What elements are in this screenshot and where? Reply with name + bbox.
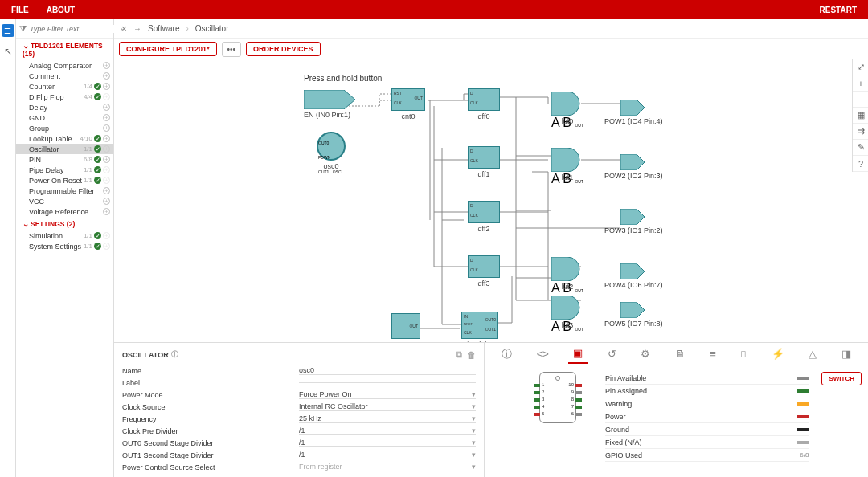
property-row[interactable]: OUT1 Second Stage Divider/1▾ bbox=[122, 449, 476, 461]
pow3-pin[interactable] bbox=[620, 209, 645, 228]
delete-icon[interactable]: 🗑 bbox=[467, 350, 476, 360]
tab-layout-icon[interactable]: ◨ bbox=[837, 344, 856, 363]
tree-item[interactable]: Programmable Filter+ bbox=[16, 186, 113, 196]
property-row[interactable]: OUT0 Second Stage Divider/1▾ bbox=[122, 437, 476, 449]
tree-item[interactable]: Counter1/4✓+ bbox=[16, 81, 113, 92]
tab-wave-icon[interactable]: ⎍ bbox=[735, 344, 751, 363]
tree-item[interactable]: Pipe Delay1/1✓+ bbox=[16, 165, 113, 175]
dff0-label: dff0 bbox=[468, 112, 500, 120]
dff3-block[interactable]: D CLK bbox=[468, 255, 500, 278]
dff0-block[interactable]: D CLK bbox=[468, 88, 500, 111]
edit-icon[interactable]: ✎ bbox=[853, 140, 868, 156]
tree-item[interactable]: Voltage Reference+ bbox=[16, 206, 113, 217]
tree-item[interactable]: GND+ bbox=[16, 112, 113, 123]
property-row[interactable]: Nameosc0 bbox=[122, 365, 476, 377]
en-pin-block[interactable] bbox=[304, 90, 357, 112]
canvas-toolbar: ⤢ + − ▦ ⇉ ✎ ? bbox=[852, 59, 868, 172]
svg-marker-1 bbox=[304, 90, 355, 109]
order-devices-button[interactable]: ORDER DEVICES bbox=[246, 42, 321, 56]
copy-icon[interactable]: ⧉ bbox=[456, 349, 462, 360]
pipedelay0-block[interactable]: IN NRST CLK OUT0 OUT1 bbox=[461, 312, 498, 339]
pow1-pin[interactable] bbox=[620, 100, 645, 119]
legend-row: Warning bbox=[605, 398, 809, 410]
legend-row: Pin Assigned bbox=[605, 385, 809, 398]
breadcrumb: ← → Software › Oscillator bbox=[114, 19, 868, 39]
tree-item[interactable]: Power On Reset1/1✓+ bbox=[16, 175, 113, 186]
properties-panel: OSCILLATOR ⓘ ⧉ 🗑 Nameosc0LabelPower Mode… bbox=[114, 343, 484, 477]
pow4-pin[interactable] bbox=[620, 263, 645, 283]
grid-icon[interactable]: ▦ bbox=[853, 108, 868, 124]
por0-block[interactable]: OUT bbox=[391, 313, 420, 339]
tree-item[interactable]: Oscillator1/1✓+ bbox=[16, 144, 113, 154]
tab-list-icon[interactable]: ≡ bbox=[705, 344, 721, 363]
filter-icon: ⧩ bbox=[19, 23, 27, 34]
zoom-out-icon[interactable]: − bbox=[853, 92, 868, 108]
tree-item[interactable]: VCC+ bbox=[16, 196, 113, 206]
property-row[interactable]: Power ModeForce Power On▾ bbox=[122, 389, 476, 401]
property-row[interactable]: Clock SourceInternal RC Oscillator▾ bbox=[122, 401, 476, 413]
tree-item[interactable]: Simulation1/1✓+ bbox=[16, 230, 113, 241]
menu-file[interactable]: FILE bbox=[11, 6, 29, 14]
pow2-pin[interactable] bbox=[620, 154, 645, 173]
tree-item[interactable]: Group+ bbox=[16, 123, 113, 133]
legend-row: Pin Available bbox=[605, 372, 809, 385]
more-button[interactable]: ••• bbox=[222, 42, 242, 57]
nav-back-icon[interactable]: ← bbox=[119, 24, 127, 33]
tree-item[interactable]: Lookup Table4/10✓+ bbox=[16, 133, 113, 144]
schematic-canvas[interactable]: Press and hold button EN (IN0 Pin:1) OUT… bbox=[114, 59, 868, 342]
dff1-label: dff1 bbox=[468, 170, 500, 178]
switch-button[interactable]: SWITCH bbox=[821, 372, 862, 385]
expand-icon[interactable]: ↖ bbox=[2, 45, 14, 58]
lut1-label: lut1 bbox=[551, 173, 583, 181]
svg-marker-6 bbox=[620, 302, 645, 318]
lut2-label: lut2 bbox=[551, 283, 583, 291]
tree-header-elements[interactable]: TPLD1201 ELEMENTS (15) bbox=[16, 39, 113, 60]
zoom-in-icon[interactable]: + bbox=[853, 75, 868, 92]
properties-title: OSCILLATOR bbox=[122, 351, 169, 359]
dff1-block[interactable]: D CLK bbox=[468, 146, 500, 169]
legend-row: Ground bbox=[605, 423, 809, 436]
snap-icon[interactable]: ⇉ bbox=[853, 124, 868, 140]
osc0-block[interactable]: OUT0 PDWN OUT1 OSC bbox=[317, 132, 346, 161]
tree-item[interactable]: PIN6/8✓+ bbox=[16, 154, 113, 165]
tab-code-icon[interactable]: <> bbox=[532, 344, 554, 363]
property-row[interactable]: Power Control Source SelectFrom register… bbox=[122, 461, 476, 473]
menu-restart[interactable]: RESTART bbox=[820, 6, 857, 14]
help-icon[interactable]: ? bbox=[853, 156, 868, 172]
nav-forward-icon[interactable]: → bbox=[133, 24, 141, 33]
tab-chip-icon[interactable]: ▣ bbox=[568, 344, 588, 364]
dff2-block[interactable]: D CLK bbox=[468, 201, 500, 223]
breadcrumb-part[interactable]: Oscillator bbox=[195, 24, 229, 33]
zoom-fit-icon[interactable]: ⤢ bbox=[853, 59, 868, 75]
tab-info-icon[interactable]: ⓘ bbox=[497, 344, 517, 365]
tree-item[interactable]: System Settings1/1✓+ bbox=[16, 241, 113, 251]
property-row[interactable]: Frequency25 kHz▾ bbox=[122, 413, 476, 425]
osc0-label: osc0 bbox=[317, 162, 346, 170]
legend-row: Power bbox=[605, 410, 809, 423]
tab-warning-icon[interactable]: △ bbox=[804, 344, 821, 363]
tree-item[interactable]: Comment+ bbox=[16, 71, 113, 81]
panel-toggle-icon[interactable]: ☰ bbox=[2, 24, 14, 37]
filter-input[interactable] bbox=[30, 25, 121, 33]
tab-power-icon[interactable]: ⚡ bbox=[767, 344, 789, 363]
property-row[interactable]: Clock Pre Divider/1▾ bbox=[122, 425, 476, 437]
pow5-pin[interactable] bbox=[620, 302, 645, 321]
tab-settings-icon[interactable]: ⚙ bbox=[636, 344, 655, 363]
cnt0-block[interactable]: RST CLK OUT bbox=[391, 88, 425, 111]
pin-legend: Pin AvailablePin AssignedWarningPowerGro… bbox=[605, 372, 809, 471]
svg-marker-5 bbox=[620, 263, 645, 279]
tab-history-icon[interactable]: ↺ bbox=[603, 344, 621, 363]
breadcrumb-part[interactable]: Software bbox=[148, 24, 179, 33]
legend-row: Fixed (N/A) bbox=[605, 436, 809, 449]
dff2-label: dff2 bbox=[468, 225, 500, 233]
menu-about[interactable]: ABOUT bbox=[47, 6, 76, 14]
tree-item[interactable]: D Flip Flop4/4✓+ bbox=[16, 92, 113, 102]
cnt0-label: cnt0 bbox=[391, 112, 425, 120]
pow1-label: POW1 (IO4 Pin:4) bbox=[604, 117, 663, 125]
tab-document-icon[interactable]: 🗎 bbox=[670, 344, 690, 363]
tree-item[interactable]: Delay+ bbox=[16, 102, 113, 112]
property-row[interactable]: Label bbox=[122, 377, 476, 389]
configure-button[interactable]: CONFIGURE TPLD1201* bbox=[119, 42, 217, 56]
tree-item[interactable]: Analog Comparator+ bbox=[16, 60, 113, 71]
tree-header-settings[interactable]: SETTINGS (2) bbox=[16, 217, 113, 230]
